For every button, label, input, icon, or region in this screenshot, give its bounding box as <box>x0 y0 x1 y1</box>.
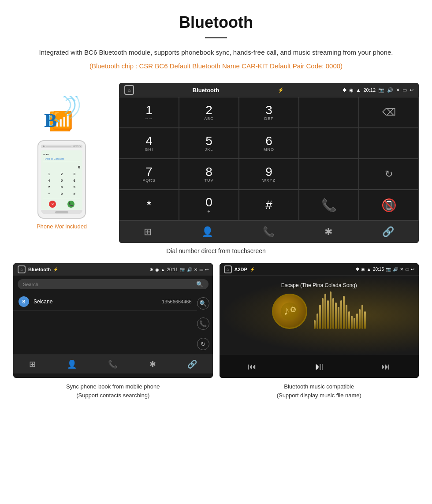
pb-sig-icon: ▲ <box>161 267 165 272</box>
eq-bar <box>340 300 342 329</box>
svg-text:B: B <box>44 110 57 131</box>
phonebook-caption: Sync phone-book from mobile phone(Suppor… <box>13 382 213 399</box>
phone-bottom <box>41 210 82 214</box>
dial-key-1[interactable]: 1 ∽∽ <box>119 97 179 128</box>
pb-contact-avatar: S <box>19 296 29 307</box>
divider <box>205 37 227 38</box>
call-red-icon: 📵 <box>381 198 397 213</box>
dial-reload[interactable]: ↻ <box>359 159 419 190</box>
phone-key-7: 7 <box>43 184 55 190</box>
eq-bar <box>322 298 324 329</box>
music-back-icon: ↩ <box>411 267 414 272</box>
dial-key-9[interactable]: 9 WXYZ <box>239 159 299 190</box>
dial-backspace[interactable]: ⌫ <box>359 97 419 128</box>
eq-bar <box>354 318 355 329</box>
pb-nav-phone[interactable]: 📞 <box>108 359 118 369</box>
pb-bt-icon: ✱ <box>150 267 153 272</box>
dial-status-bar: ⌂ Bluetooth ⚡ ✱ ◉ ▲ 20:12 📷 🔊 ✕ ▭ ↩ <box>119 83 419 97</box>
music-app-name: A2DP <box>235 267 247 272</box>
nav-link-icon[interactable]: 🔗 <box>382 226 394 238</box>
pb-loc-icon: ◉ <box>155 267 159 272</box>
pb-status-left: ⌂ Bluetooth ⚡ <box>18 265 58 273</box>
phone-not-included-label: Phone Not Phone Not IncludedIncluded <box>37 223 87 230</box>
pb-search-side-btn[interactable]: 🔍 <box>197 297 209 310</box>
eq-bar <box>335 302 337 329</box>
pb-app-name: Bluetooth <box>28 267 51 272</box>
pb-usb-icon: ⚡ <box>53 267 58 272</box>
close-status-icon: ✕ <box>396 87 400 93</box>
dial-call-green[interactable]: 📞 <box>299 190 359 220</box>
music-prev-btn[interactable]: ⏮ <box>248 362 257 372</box>
pb-contact-number: 13566664466 <box>162 299 191 304</box>
dial-key-star[interactable]: * <box>119 190 179 220</box>
dial-key-7[interactable]: 7 PQRS <box>119 159 179 190</box>
music-home-icon[interactable]: ⌂ <box>224 265 232 273</box>
pb-bottom-nav: ⊞ 👤 📞 ✱ 🔗 <box>13 355 213 373</box>
eq-bar <box>359 309 361 329</box>
dial-status-left: ⌂ <box>124 85 134 95</box>
phone-key-4: 4 <box>43 178 55 183</box>
dial-empty-2 <box>299 128 359 159</box>
phone-top-bar: MOTO <box>41 145 82 148</box>
music-next-btn[interactable]: ⏭ <box>381 362 390 372</box>
dial-key-2[interactable]: 2 ABC <box>179 97 239 128</box>
dial-key-8[interactable]: 8 TUV <box>179 159 239 190</box>
pb-home-icon[interactable]: ⌂ <box>18 265 26 273</box>
music-sig-icon: ▲ <box>367 267 371 272</box>
eq-bar <box>319 305 321 329</box>
dial-time: 20:12 <box>363 87 376 93</box>
dial-call-red[interactable]: 📵 <box>359 190 419 220</box>
nav-contacts-icon[interactable]: 👤 <box>201 226 213 238</box>
bluetooth-signal-icon: B <box>40 96 88 134</box>
pb-nav-apps[interactable]: ⊞ <box>29 359 36 369</box>
phone-key-2: 2 <box>56 171 68 177</box>
pb-contact-list: S Seicane 13566664466 <box>13 293 197 355</box>
pb-nav-bt[interactable]: ✱ <box>149 359 156 369</box>
phone-add-contacts: + Add to Contacts <box>43 157 80 162</box>
pb-phone-side-btn[interactable]: 📞 <box>197 317 209 330</box>
dial-key-0[interactable]: 0 + <box>179 190 239 220</box>
pb-reload-side-btn[interactable]: ↻ <box>197 338 209 350</box>
dial-screenshot: ⌂ Bluetooth ⚡ ✱ ◉ ▲ 20:12 📷 🔊 ✕ ▭ ↩ <box>119 83 419 243</box>
dial-key-6[interactable]: 6 MNO <box>239 128 299 159</box>
dial-key-5[interactable]: 5 JKL <box>179 128 239 159</box>
music-play-btn[interactable]: ⏯ <box>314 360 324 373</box>
page-description: Integrated with BC6 Bluetooth module, su… <box>26 47 406 58</box>
dial-empty-3 <box>359 128 419 159</box>
dial-bottom-nav: ⊞ 👤 📞 ✱ 🔗 <box>119 220 419 243</box>
dial-caption: Dial number direct from touchscreen <box>13 247 419 254</box>
music-song-title: Escape (The Pina Colada Song) <box>281 282 357 288</box>
music-screenshot: ⌂ A2DP ⚡ ✱ ◉ ▲ 20:15 📷 🔊 ✕ ▭ ↩ <box>220 263 419 378</box>
music-screen-icon: ▭ <box>405 267 409 272</box>
pb-search-bar[interactable]: Search 🔍 <box>18 279 209 289</box>
dial-key-4[interactable]: 4 GHI <box>119 128 179 159</box>
dial-app-name: Bluetooth <box>193 87 220 93</box>
bottom-captions: Sync phone-book from mobile phone(Suppor… <box>13 382 419 399</box>
phone-numpad: 1 2 3 4 5 6 7 8 9 * 0 # <box>43 171 80 197</box>
pb-nav-contacts[interactable]: 👤 <box>67 359 77 369</box>
eq-bar <box>327 300 329 329</box>
pb-contact-item[interactable]: S Seicane 13566664466 <box>13 293 197 311</box>
phone-bottom-bar: ✕ 📞 <box>43 199 80 208</box>
back-status-icon: ↩ <box>410 87 413 93</box>
bluetooth-status-icon: ✱ <box>343 87 346 93</box>
phone-end-btn: ✕ <box>49 201 56 208</box>
nav-bluetooth-icon[interactable]: ✱ <box>324 226 332 238</box>
dial-key-3[interactable]: 3 DEF <box>239 97 299 128</box>
music-status-right: ✱ ◉ ▲ 20:15 📷 🔊 ✕ ▭ ↩ <box>356 267 414 272</box>
music-album-art: ♪ <box>272 294 307 329</box>
signal-status-icon: ▲ <box>356 87 361 93</box>
music-cam-icon: 📷 <box>386 267 391 272</box>
eq-bar <box>338 307 339 329</box>
nav-apps-icon[interactable]: ⊞ <box>144 226 152 238</box>
pb-nav-link[interactable]: 🔗 <box>187 359 197 369</box>
eq-bar <box>364 311 366 329</box>
dial-key-hash[interactable]: # <box>239 190 299 220</box>
page-header: Bluetooth Integrated with BC6 Bluetooth … <box>0 0 432 78</box>
nav-phone-icon[interactable]: 📞 <box>263 226 275 238</box>
dial-status-right: ✱ ◉ ▲ 20:12 📷 🔊 ✕ ▭ ↩ <box>343 87 413 93</box>
top-section: 📶 📶 ▷ B <box>13 83 419 243</box>
home-icon[interactable]: ⌂ <box>124 85 134 95</box>
pb-cam-icon: 📷 <box>180 267 185 272</box>
music-album-area: ♪ <box>272 294 366 329</box>
